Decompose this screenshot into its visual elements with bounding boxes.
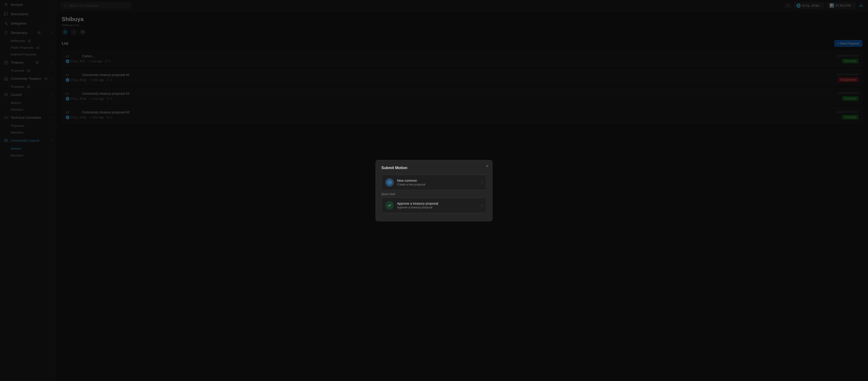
- new-common-subtitle: Create a new proposal: [397, 183, 478, 186]
- modal-overlay[interactable]: Submit Motion × New common Create a new …: [0, 0, 868, 381]
- approve-treasury-icon: [385, 201, 394, 210]
- approve-treasury-title: Approve a treasury proposal: [397, 202, 478, 205]
- new-common-icon: [385, 178, 394, 187]
- modal-option-new-common[interactable]: New common Create a new proposal ›: [381, 175, 487, 190]
- modal-option-approve-treasury[interactable]: Approve a treasury proposal Approve a tr…: [381, 198, 487, 213]
- modal-title: Submit Motion: [381, 166, 487, 170]
- approve-treasury-text: Approve a treasury proposal Approve a tr…: [397, 202, 478, 209]
- modal-close-button[interactable]: ×: [486, 164, 489, 168]
- new-common-title: New common: [397, 179, 478, 182]
- submit-motion-modal: Submit Motion × New common Create a new …: [376, 160, 492, 221]
- approve-treasury-arrow: ›: [482, 203, 483, 207]
- approve-treasury-subtitle: Approve a treasury proposal: [397, 206, 478, 209]
- new-common-text: New common Create a new proposal: [397, 179, 478, 186]
- new-common-arrow: ›: [482, 180, 483, 184]
- quick-start-label: Quick Start: [381, 193, 487, 196]
